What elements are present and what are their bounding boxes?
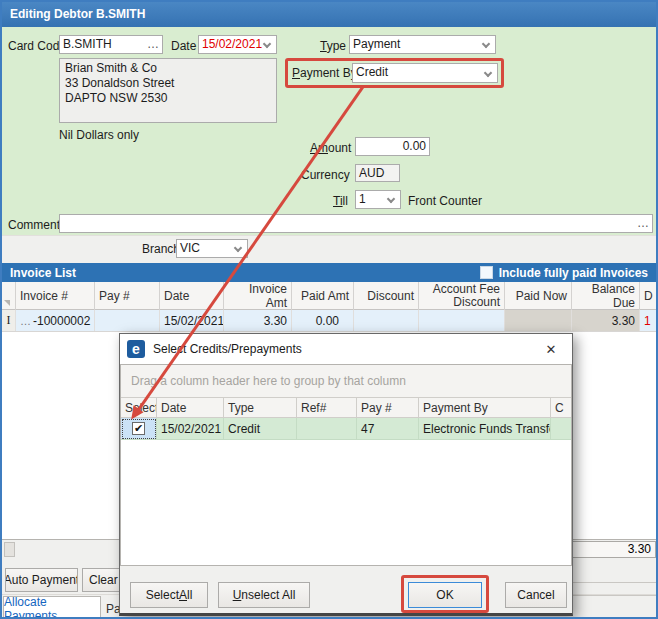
window-titlebar[interactable]: Editing Debtor B.SMITH [2,2,656,27]
currency-input[interactable]: AUD [355,164,400,182]
date-dropdown[interactable]: 15/02/2021 [198,35,277,54]
address-line: Brian Smith & Co [65,61,271,76]
grid-footer-corner [4,542,15,557]
address-line: 33 Donaldson Street [65,76,271,91]
cell-invoice-amt[interactable]: 3.30 [224,310,292,331]
select-credits-dialog: e Select Credits/Prepayments ✕ Drag a co… [119,333,573,616]
till-value: 1 [359,192,366,206]
amount-input[interactable]: 0.00 [355,137,430,156]
till-label: Till [333,194,348,208]
column-header-invoice[interactable]: Invoice # [16,282,95,310]
cell-select-checkbox[interactable]: ✔ [121,418,157,440]
include-paid-label: Include fully paid Invoices [499,266,648,280]
divider [573,582,656,583]
invoice-grid-header: Invoice # Pay # Date Invoice Amt Paid Am… [2,282,656,310]
editing-debtor-window: Editing Debtor B.SMITH Card Code B.SMITH… [0,0,658,619]
column-header-paid-now[interactable]: Paid Now [505,282,572,310]
column-header-d-partial[interactable]: D [640,282,658,310]
date-label: Date [171,39,196,53]
app-logo-icon: e [127,340,145,358]
column-header-balance-due[interactable]: Balance Due [572,282,640,310]
expand-all-icon [4,300,10,306]
cell-discount[interactable] [354,310,419,331]
column-header-type[interactable]: Type [224,398,297,418]
column-header-payment-by[interactable]: Payment By [419,398,551,418]
annotation-box-payment-by [285,58,504,88]
cell-account-fee-discount[interactable] [419,310,505,331]
column-header-ref[interactable]: Ref# [297,398,357,418]
column-header-date[interactable]: Date [157,398,224,418]
cell-credit-c-partial[interactable] [551,418,571,440]
till-description: Front Counter [408,194,482,208]
branch-label: Branch [142,242,180,256]
invoice-row[interactable]: I … -10000002 15/02/2021 3.30 0.00 3.30 … [2,310,656,332]
invoice-no-value: -10000002 [33,314,90,328]
ellipsis-icon[interactable]: … [637,215,649,231]
branch-strip [2,235,656,263]
date-value: 15/02/2021 [202,37,262,51]
column-header-paid-amt[interactable]: Paid Amt [292,282,354,310]
amount-value: 0.00 [403,139,426,153]
row-indicator: I [2,310,16,331]
ellipsis-icon[interactable]: … [20,315,31,327]
chevron-down-icon[interactable] [482,40,490,48]
cell-credit-payment-by[interactable]: Electronic Funds Transfer [419,418,551,440]
ellipsis-icon[interactable]: … [147,36,159,52]
amount-in-words: Nil Dollars only [59,128,139,142]
currency-value: AUD [359,166,384,180]
cell-credit-date[interactable]: 15/02/2021 [157,418,224,440]
type-label: Type [320,39,346,53]
column-header-pay[interactable]: Pay # [95,282,160,310]
card-code-value: B.SMITH [63,37,112,51]
chevron-down-icon[interactable] [263,40,271,48]
column-header-invoice-amt[interactable]: Invoice Amt [224,282,292,310]
currency-label: Currency [301,168,350,182]
invoice-list-bar: Invoice List Include fully paid Invoices [2,263,656,282]
column-header-pay[interactable]: Pay # [357,398,419,418]
card-code-input[interactable]: B.SMITH … [59,35,163,54]
dialog-title: Select Credits/Prepayments [153,342,534,356]
expand-all-header-cell[interactable] [2,282,16,310]
till-dropdown[interactable]: 1 [355,190,401,209]
include-paid-checkbox[interactable] [480,266,493,279]
chevron-down-icon[interactable] [387,195,395,203]
cell-invoice-no[interactable]: … -10000002 [16,310,95,331]
cell-paid-now[interactable] [505,310,572,331]
cell-paid-amt[interactable]: 0.00 [292,310,354,331]
checkbox-checked-icon[interactable]: ✔ [132,422,145,435]
type-dropdown[interactable]: Payment [349,35,496,54]
close-icon[interactable]: ✕ [534,335,568,363]
tab-allocate-payments[interactable]: Allocate Payments [3,596,101,619]
branch-value: VIC [180,241,200,255]
cell-credit-ref[interactable] [297,418,357,440]
comment-label: Comment [8,218,60,232]
window-title: Editing Debtor B.SMITH [10,7,145,21]
invoice-list-title: Invoice List [2,266,480,280]
divider [573,595,656,596]
cell-balance-due[interactable]: 3.30 [572,310,640,331]
cancel-button[interactable]: Cancel [505,582,567,608]
comment-input[interactable]: … [59,214,653,233]
auto-payment-button[interactable]: Auto Payment [5,568,78,592]
cell-pay-no[interactable] [95,310,160,331]
chevron-down-icon[interactable] [234,244,242,252]
debtor-address-box[interactable]: Brian Smith & Co 33 Donaldson Street DAP… [59,58,277,123]
cell-credit-type[interactable]: Credit [224,418,297,440]
footer-total-cell: 3.30 [572,541,656,558]
credits-grid: Drag a column header here to group by th… [120,364,572,566]
column-header-account-fee-discount[interactable]: Account Fee Discount [419,282,505,310]
select-all-button[interactable]: Select All [130,582,208,608]
type-value: Payment [353,37,400,51]
annotation-box-ok [401,575,489,613]
column-header-c-partial[interactable]: C [551,398,571,418]
cell-d-partial[interactable]: 1 [640,310,658,331]
branch-dropdown[interactable]: VIC [176,239,248,258]
card-code-label: Card Code [8,39,66,53]
group-by-panel[interactable]: Drag a column header here to group by th… [121,365,571,398]
column-header-discount[interactable]: Discount [354,282,419,310]
cell-credit-pay[interactable]: 47 [357,418,419,440]
unselect-all-button[interactable]: Unselect All [218,582,310,608]
address-line: DAPTO NSW 2530 [65,91,271,106]
